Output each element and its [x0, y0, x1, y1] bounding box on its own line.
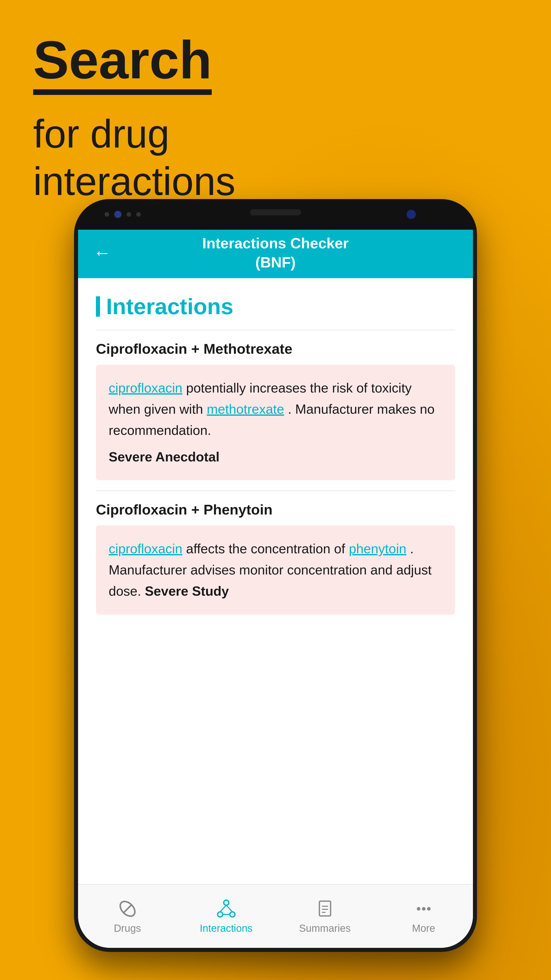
tab-bar: Drugs Interactions: [78, 884, 473, 948]
speaker: [250, 209, 301, 215]
camera-front-right: [407, 210, 416, 219]
svg-line-5: [220, 905, 226, 912]
svg-point-4: [230, 912, 235, 917]
sensor-dot-3: [136, 212, 141, 217]
phone-screen: ← Interactions Checker(BNF) Interactions…: [78, 227, 473, 948]
interaction-1-title: Ciprofloxacin + Methotrexate: [96, 340, 455, 357]
interaction-2-card: ciprofloxacin affects the concentration …: [96, 525, 455, 615]
svg-point-14: [427, 907, 430, 911]
tab-drugs-label: Drugs: [114, 923, 141, 934]
divider-2: [96, 490, 455, 491]
tab-summaries-label: Summaries: [299, 923, 351, 934]
phone-top-left-sensors: [105, 211, 141, 218]
tab-interactions-label: Interactions: [200, 923, 252, 934]
drug-link-ciprofloxacin-2[interactable]: ciprofloxacin: [109, 541, 183, 556]
heading-bar-accent: [96, 296, 100, 317]
svg-point-13: [422, 907, 426, 911]
svg-point-3: [218, 912, 223, 917]
svg-line-1: [124, 905, 131, 913]
phone-body: ← Interactions Checker(BNF) Interactions…: [74, 199, 477, 952]
drug-link-ciprofloxacin-1[interactable]: ciprofloxacin: [109, 380, 183, 395]
drugs-icon: [118, 899, 138, 919]
section-title: Interactions: [106, 293, 233, 320]
interaction-2-severity-bold: Severe Study: [145, 584, 229, 598]
drug-link-phenytoin[interactable]: phenytoin: [349, 541, 407, 556]
interaction-2-text: ciprofloxacin affects the concentration …: [109, 538, 442, 602]
tab-summaries[interactable]: Summaries: [275, 899, 374, 934]
interactions-icon: [216, 899, 237, 919]
more-icon: [413, 899, 434, 919]
app-header-bar: ← Interactions Checker(BNF): [78, 227, 473, 278]
back-button[interactable]: ←: [94, 242, 111, 263]
tab-more-label: More: [412, 923, 435, 934]
interaction-2-description: affects the concentration of: [186, 541, 349, 556]
interaction-1-text: ciprofloxacin potentially increases the …: [109, 377, 442, 468]
interaction-2-title: Ciprofloxacin + Phenytoin: [96, 501, 455, 518]
front-camera: [114, 211, 121, 218]
svg-rect-8: [319, 901, 330, 916]
tab-more[interactable]: More: [374, 899, 473, 934]
svg-line-6: [226, 905, 232, 912]
header-text-block: Search for druginteractions: [33, 33, 235, 205]
drug-link-methotrexate[interactable]: methotrexate: [206, 402, 284, 417]
divider-1: [96, 330, 455, 330]
interaction-1-card: ciprofloxacin potentially increases the …: [96, 365, 455, 480]
phone-top-bezel: [74, 199, 477, 230]
interaction-1-severity: Severe Anecdotal: [109, 446, 442, 468]
search-heading: Search: [33, 33, 212, 95]
app-header-title: Interactions Checker(BNF): [202, 234, 349, 272]
screen-content: Interactions Ciprofloxacin + Methotrexat…: [78, 278, 473, 884]
tab-interactions[interactable]: Interactions: [177, 899, 275, 934]
svg-point-12: [417, 907, 421, 911]
summaries-icon: [315, 899, 335, 919]
phone-mockup: ← Interactions Checker(BNF) Interactions…: [74, 199, 477, 952]
tab-drugs[interactable]: Drugs: [78, 899, 177, 934]
sensor-dot-2: [127, 212, 131, 217]
sensor-dot-1: [105, 212, 109, 217]
svg-point-2: [224, 900, 229, 905]
header-subtitle: for druginteractions: [33, 110, 235, 205]
section-heading: Interactions: [96, 293, 455, 320]
